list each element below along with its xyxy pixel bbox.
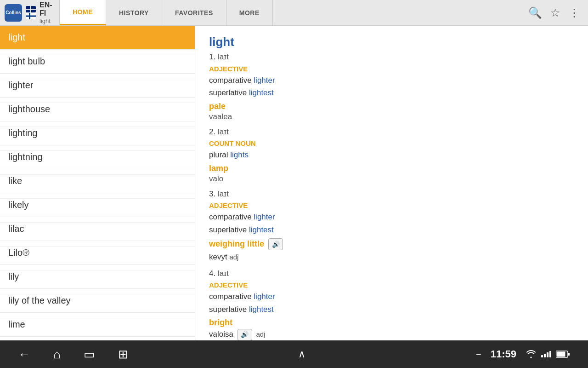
sidebar-item-like[interactable]: like: [0, 169, 195, 193]
audio-icon: 🔊: [272, 241, 280, 248]
top-icons: 🔍 ☆ ⋮: [520, 6, 588, 19]
section-4: 4. laɪt ADJECTIVE comparative lighter su…: [209, 268, 574, 341]
sidebar-item-lighthouse[interactable]: lighthouse: [0, 98, 195, 121]
bottom-right: − 11:59: [476, 348, 570, 360]
signal-bar-3: [547, 352, 548, 357]
sidebar-item-label: like: [8, 176, 22, 186]
section-1-num: 1. laɪt: [209, 51, 574, 63]
section-4-meaning: bright: [209, 318, 574, 328]
home-icon[interactable]: ⌂: [53, 347, 61, 362]
svg-rect-2: [568, 353, 570, 356]
section-3-translation: kevyt adj: [209, 251, 574, 263]
sidebar-item-label: lilac: [8, 224, 24, 234]
signal-bar-2: [544, 354, 546, 357]
sidebar-item-lightning[interactable]: lightning: [0, 145, 195, 169]
sidebar-item-lilo[interactable]: Lilo®: [0, 241, 195, 265]
section-4-num: 4. laɪt: [209, 268, 574, 280]
sidebar-item-lilac[interactable]: lilac: [0, 217, 195, 241]
sidebar-item-light-bulb[interactable]: light bulb: [0, 50, 195, 74]
section-4-grammar: ADJECTIVE: [209, 281, 574, 289]
battery-icon: [556, 351, 570, 358]
signal-bar-4: [549, 351, 551, 357]
sidebar-item-limestone[interactable]: limestone: [0, 337, 195, 340]
section-1: 1. laɪt ADJECTIVE comparative lighter su…: [209, 51, 574, 121]
section-1-superlative: superlative lightest: [209, 87, 574, 99]
link-lighter-3[interactable]: lighter: [254, 213, 275, 221]
signal-bar-1: [541, 355, 543, 357]
section-3-superlative: superlative lightest: [209, 224, 574, 236]
link-lighter[interactable]: lighter: [254, 76, 275, 85]
link-lightest-4[interactable]: lightest: [249, 305, 274, 314]
minus-icon: −: [476, 349, 481, 360]
sidebar-item-label: light: [8, 32, 25, 42]
tab-home[interactable]: HOME: [60, 0, 106, 25]
wifi-icon: [526, 350, 537, 358]
audio-btn-weighing[interactable]: 🔊: [268, 238, 283, 250]
section-3-grammar: ADJECTIVE: [209, 201, 574, 209]
section-1-grammar: ADJECTIVE: [209, 65, 574, 73]
sidebar-item-lighter[interactable]: lighter: [0, 74, 195, 98]
recent-apps-icon[interactable]: ▭: [84, 347, 95, 362]
main-content: light light bulb lighter lighthouse ligh…: [0, 26, 588, 340]
section-1-translation: vaalea: [209, 112, 574, 121]
up-icon[interactable]: ∧: [298, 348, 305, 360]
collins-logo-icon: Collins: [5, 4, 22, 22]
nav-tabs: HOME HISTORY FAVORITES MORE: [60, 0, 520, 25]
signal-bars: [541, 351, 551, 357]
collins-logo-text: Collins: [6, 10, 21, 16]
tab-more[interactable]: MORE: [226, 0, 273, 25]
sidebar-item-label: Lilo®: [8, 247, 29, 258]
back-icon[interactable]: ←: [18, 347, 30, 362]
status-icons: [526, 350, 570, 358]
section-2: 2. laɪt COUNT NOUN plural lights lamp va…: [209, 126, 574, 184]
flag-fi: [26, 13, 36, 19]
app-lang: EN-FI: [40, 1, 55, 17]
link-lighter-4[interactable]: lighter: [254, 292, 275, 301]
star-icon[interactable]: ☆: [550, 6, 560, 19]
link-lightest-1[interactable]: lightest: [249, 88, 274, 97]
section-2-meaning: lamp: [209, 164, 574, 173]
section-3: 3. laɪt ADJECTIVE comparative lighter su…: [209, 188, 574, 263]
time-display: 11:59: [491, 348, 516, 360]
menu-icon[interactable]: ⋮: [569, 6, 580, 19]
audio-btn-valoisa[interactable]: 🔊: [237, 329, 252, 340]
section-1-meaning: pale: [209, 102, 574, 111]
section-3-meaning: weighing little 🔊: [209, 238, 574, 250]
sidebar-item-label: lighthouse: [8, 104, 50, 114]
link-lights[interactable]: lights: [230, 150, 249, 159]
sidebar-item-lily-of-the-valley[interactable]: lily of the valley: [0, 289, 195, 313]
section-4-translation: valoisa 🔊 adj: [209, 328, 574, 340]
section-2-num: 2. laɪt: [209, 126, 574, 138]
section-3-num: 3. laɪt: [209, 188, 574, 200]
section-4-comparative: comparative lighter: [209, 291, 574, 303]
link-lightest-3[interactable]: lightest: [249, 225, 274, 234]
tab-favorites[interactable]: FAVORITES: [162, 0, 226, 25]
sidebar: light light bulb lighter lighthouse ligh…: [0, 26, 195, 340]
flag-en: [26, 6, 36, 12]
bottom-bar: ← ⌂ ▭ ⊞ ∧ − 11:59: [0, 340, 588, 368]
sidebar-item-label: lightning: [8, 152, 43, 162]
grid-icon[interactable]: ⊞: [118, 347, 128, 362]
section-3-comparative: comparative lighter: [209, 211, 574, 223]
app-word: light: [40, 17, 55, 24]
sidebar-item-lime[interactable]: lime: [0, 313, 195, 337]
sidebar-item-lighting[interactable]: lighting: [0, 121, 195, 145]
svg-rect-1: [557, 352, 565, 357]
audio-icon-valoisa: 🔊: [241, 330, 249, 339]
sidebar-item-label: lily of the valley: [8, 295, 71, 305]
section-2-translation: valo: [209, 174, 574, 184]
section-2-plural: plural lights: [209, 149, 574, 161]
sidebar-item-label: light bulb: [8, 56, 45, 66]
section-1-comparative: comparative lighter: [209, 75, 574, 86]
search-icon[interactable]: 🔍: [528, 6, 542, 19]
entry-word: light: [209, 35, 574, 49]
sidebar-item-label: lime: [8, 319, 25, 329]
sidebar-item-label: likely: [8, 200, 28, 210]
app-logo: Collins EN-FI light: [0, 0, 60, 25]
sidebar-item-likely[interactable]: likely: [0, 193, 195, 217]
section-4-superlative: superlative lightest: [209, 304, 574, 316]
sidebar-item-lily[interactable]: lily: [0, 265, 195, 289]
sidebar-item-light[interactable]: light: [0, 26, 195, 50]
flag-container: [26, 6, 36, 19]
tab-history[interactable]: HISTORY: [106, 0, 162, 25]
